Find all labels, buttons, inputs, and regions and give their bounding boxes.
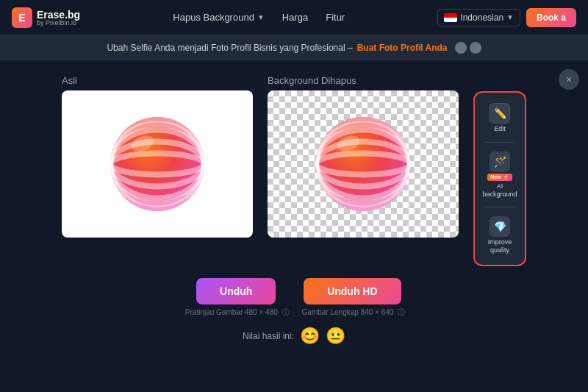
rating-row: Nilai hasil ini: 😊 😐 [243, 327, 345, 346]
unduh-sub: Pratinjau Gambar 480 × 480 ⓘ [183, 307, 290, 318]
rating-label: Nilai hasil ini: [243, 331, 294, 341]
edit-label: Edit [494, 125, 506, 133]
improve-quality-label: Improve quality [485, 238, 514, 254]
main-content: × Asli [0, 60, 588, 392]
processed-panel: Background Dihapus [268, 75, 459, 238]
new-badge: New ⚡ [487, 174, 512, 181]
promo-banner: Ubah Selfie Anda menjadi Foto Profil Bis… [0, 35, 588, 60]
nav-harga[interactable]: Harga [276, 9, 314, 26]
hapus-dropdown-icon: ▼ [257, 13, 265, 21]
language-selector[interactable]: Indonesian ▼ [437, 9, 520, 26]
tool-divider-1 [485, 142, 514, 143]
flag-icon [444, 13, 457, 22]
improve-quality-icon: 💎 [490, 216, 510, 237]
nav-fitur[interactable]: Fitur [320, 9, 351, 26]
edit-tool-button[interactable]: ✏️ Edit [479, 99, 520, 138]
processed-image-box [268, 90, 459, 238]
processed-label: Background Dihapus [268, 75, 459, 86]
logo-text-group: Erase.bg by PixelBin.io [37, 9, 80, 26]
nav-right: Indonesian ▼ Book a [437, 8, 576, 27]
logo[interactable]: E Erase.bg by PixelBin.io [12, 7, 80, 28]
unduh-hd-button[interactable]: Unduh HD [304, 278, 401, 304]
banner-link[interactable]: Buat Foto Profil Anda [357, 43, 448, 53]
ai-background-label: AI background [482, 182, 517, 199]
emoji-neutral[interactable]: 😐 [326, 327, 345, 346]
unduh-info-icon[interactable]: ⓘ [282, 308, 290, 316]
original-image-box [62, 90, 253, 238]
navbar: E Erase.bg by PixelBin.io Hapus Backgrou… [0, 0, 588, 35]
unduh-button[interactable]: Unduh [196, 278, 276, 304]
unduh-group: Unduh Pratinjau Gambar 480 × 480 ⓘ [183, 278, 290, 318]
original-globe-image [98, 105, 216, 223]
tool-divider-2 [485, 207, 514, 207]
original-label: Asli [62, 75, 253, 86]
download-buttons-row: Unduh Pratinjau Gambar 480 × 480 ⓘ Unduh… [183, 278, 405, 318]
emoji-good[interactable]: 😊 [300, 327, 320, 346]
unduh-hd-group: Unduh HD Gambar Lengkap 840 × 640 ⓘ [300, 278, 406, 318]
close-button[interactable]: × [559, 69, 579, 90]
side-tools-panel: ✏️ Edit 🪄 New ⚡ AI background 💎 Improve … [473, 91, 526, 266]
logo-subtitle: by PixelBin.io [37, 19, 80, 26]
person-icon-1 [455, 42, 467, 54]
ai-background-icon: 🪄 [490, 152, 510, 172]
person-icon-2 [470, 42, 481, 54]
edit-icon: ✏️ [490, 103, 510, 124]
nav-hapus-background[interactable]: Hapus Background ▼ [167, 9, 270, 26]
unduh-hd-sub: Gambar Lengkap 840 × 640 ⓘ [300, 307, 406, 318]
book-button[interactable]: Book a [526, 8, 576, 27]
panels-row: Asli [22, 75, 566, 266]
logo-icon: E [12, 7, 32, 28]
processed-globe-image [304, 105, 422, 223]
banner-icons [455, 42, 481, 54]
improve-quality-tool-button[interactable]: 💎 Improve quality [479, 212, 520, 259]
ai-background-tool-button[interactable]: 🪄 New ⚡ AI background [479, 147, 520, 203]
unduh-hd-info-icon[interactable]: ⓘ [398, 308, 405, 316]
lang-dropdown-icon: ▼ [506, 13, 514, 21]
original-panel: Asli [62, 75, 253, 238]
banner-text: Ubah Selfie Anda menjadi Foto Profil Bis… [107, 43, 352, 53]
nav-menu: Hapus Background ▼ Harga Fitur [167, 9, 351, 26]
